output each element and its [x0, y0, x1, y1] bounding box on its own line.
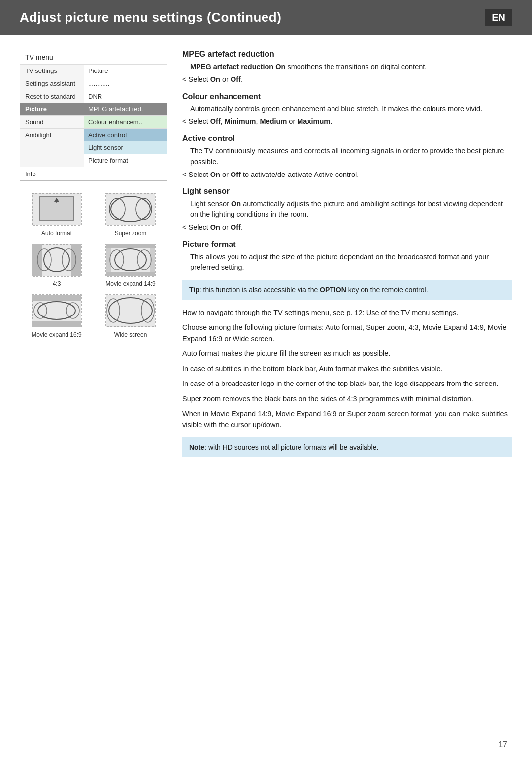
- mpeg-select: Select On or Off.: [182, 74, 512, 85]
- svg-rect-9: [32, 244, 42, 276]
- mpeg-body: MPEG artefact reduction On smoothens the…: [190, 62, 512, 72]
- para-logo: In case of a broadcaster logo in the cor…: [182, 378, 512, 389]
- note-label: Note: [189, 443, 204, 451]
- active-select: Select On or Off to activate/de-activate…: [182, 170, 512, 180]
- section-light: Light sensor Light sensor On automatical…: [182, 187, 512, 233]
- diagram-super-zoom: Super zoom: [101, 191, 160, 237]
- menu-right-active-control: Active control: [84, 129, 167, 141]
- svg-rect-15: [106, 244, 155, 248]
- menu-row-ambilight[interactable]: Ambilight Active control: [20, 128, 167, 141]
- format-diagrams: Auto format Super zoom: [20, 191, 167, 338]
- diagram-row-3: Movie expand 16:9 Wide screen: [20, 292, 167, 338]
- menu-row-settings-assistant[interactable]: Settings assistant ............: [20, 77, 167, 90]
- section-picture-format: Picture format This allows you to adjust…: [182, 240, 512, 274]
- left-column: TV menu TV settings Picture Settings ass…: [20, 50, 167, 464]
- movie-169-label: Movie expand 16:9: [32, 331, 81, 338]
- menu-left-reset: Reset to standard: [20, 90, 84, 103]
- menu-right-light-sensor: Light sensor: [84, 141, 167, 154]
- diagram-43: 4:3: [27, 242, 86, 287]
- light-select: Select On or Off.: [182, 222, 512, 233]
- colour-body: Automatically controls green enhancement…: [190, 104, 512, 115]
- svg-rect-16: [106, 272, 155, 276]
- menu-left-empty2: [20, 154, 84, 167]
- menu-row-tv-settings[interactable]: TV settings Picture: [20, 64, 167, 77]
- menu-left-tv-settings: TV settings: [20, 65, 84, 77]
- menu-right-dnr: DNR: [84, 90, 167, 103]
- active-body: The TV continuously measures and correct…: [190, 146, 512, 168]
- diagram-movie-149: Movie expand 14:9: [101, 242, 160, 287]
- para-choose: Choose among the following picture forma…: [182, 322, 512, 344]
- diagram-row-2: 4:3 Mov: [20, 242, 167, 287]
- menu-left-picture: Picture: [20, 103, 84, 115]
- page-number: 17: [499, 740, 507, 749]
- menu-row-picture[interactable]: Picture MPEG artefact red.: [20, 103, 167, 115]
- menu-right-colour: Colour enhancem..: [84, 116, 167, 128]
- picture-format-body: This allows you to adjust the size of th…: [190, 252, 512, 274]
- light-title: Light sensor: [182, 187, 512, 196]
- tip-label: Tip: [189, 286, 200, 294]
- wide-screen-svg: [103, 292, 158, 329]
- diagram-row-1: Auto format Super zoom: [20, 191, 167, 237]
- menu-left-settings-assistant: Settings assistant: [20, 77, 84, 90]
- movie-149-svg: [103, 242, 158, 279]
- para-subtitles: In case of subtitles in the bottom black…: [182, 363, 512, 374]
- diagram-movie-169: Movie expand 16:9: [27, 292, 86, 338]
- colour-select: Select Off, Minimum, Medium or Maximum.: [182, 116, 512, 127]
- diagram-auto-format: Auto format: [27, 191, 86, 237]
- menu-info: Info: [20, 167, 167, 180]
- menu-left-sound: Sound: [20, 116, 84, 128]
- language-badge: EN: [485, 9, 512, 26]
- menu-right-picture: Picture: [84, 65, 167, 77]
- note-box: Note: with HD sources not all picture fo…: [182, 437, 512, 457]
- section-colour: Colour enhancement Automatically control…: [182, 92, 512, 128]
- ratio-43-svg: [30, 242, 84, 279]
- menu-left-empty1: [20, 141, 84, 154]
- light-body: Light sensor On automatically adjusts th…: [190, 199, 512, 220]
- para-super-zoom: Super zoom removes the black bars on the…: [182, 393, 512, 404]
- super-zoom-svg: [103, 191, 158, 228]
- movie-149-label: Movie expand 14:9: [105, 280, 155, 287]
- menu-row-reset[interactable]: Reset to standard DNR: [20, 90, 167, 103]
- menu-right-picture-format: Picture format: [84, 154, 167, 167]
- svg-rect-23: [32, 295, 81, 301]
- auto-format-label: Auto format: [41, 230, 72, 237]
- auto-format-svg: [30, 191, 84, 228]
- svg-rect-24: [32, 321, 81, 327]
- picture-format-title: Picture format: [182, 240, 512, 249]
- menu-row-light-sensor[interactable]: Light sensor: [20, 141, 167, 154]
- tip-box: Tip: this function is also accessible vi…: [182, 280, 512, 300]
- tv-menu: TV menu TV settings Picture Settings ass…: [20, 50, 167, 181]
- movie-169-svg: [30, 292, 84, 329]
- menu-row-sound[interactable]: Sound Colour enhancem..: [20, 115, 167, 128]
- menu-left-ambilight: Ambilight: [20, 129, 84, 141]
- section-active: Active control The TV continuously measu…: [182, 134, 512, 180]
- para-auto: Auto format makes the picture fill the s…: [182, 348, 512, 359]
- menu-row-picture-format[interactable]: Picture format: [20, 154, 167, 167]
- main-content: TV menu TV settings Picture Settings ass…: [0, 50, 532, 464]
- active-title: Active control: [182, 134, 512, 143]
- menu-right-mpeg: MPEG artefact red.: [84, 103, 167, 115]
- menu-right-dots: ............: [84, 77, 167, 90]
- svg-rect-4: [106, 193, 155, 225]
- page-header: Adjust picture menu settings (Continued)…: [0, 0, 532, 35]
- wide-screen-label: Wide screen: [114, 331, 147, 338]
- right-column: MPEG artefact reduction MPEG artefact re…: [182, 50, 512, 464]
- mpeg-bold: MPEG artefact reduction On: [190, 63, 285, 70]
- section-mpeg: MPEG artefact reduction MPEG artefact re…: [182, 50, 512, 85]
- colour-title: Colour enhancement: [182, 92, 512, 101]
- tv-menu-header: TV menu: [20, 50, 167, 64]
- tip-text: : this function is also accessible via t…: [200, 286, 428, 294]
- ratio-43-label: 4:3: [53, 280, 61, 287]
- para-navigate: How to navigate through the TV settings …: [182, 307, 512, 318]
- super-zoom-label: Super zoom: [115, 230, 147, 237]
- svg-rect-10: [71, 244, 81, 276]
- diagram-wide-screen: Wide screen: [101, 292, 160, 338]
- page-title: Adjust picture menu settings (Continued): [20, 10, 281, 25]
- mpeg-title: MPEG artefact reduction: [182, 50, 512, 59]
- note-text: : with HD sources not all picture format…: [204, 443, 378, 451]
- para-movie-expand: When in Movie Expand 14:9, Movie Expand …: [182, 408, 512, 430]
